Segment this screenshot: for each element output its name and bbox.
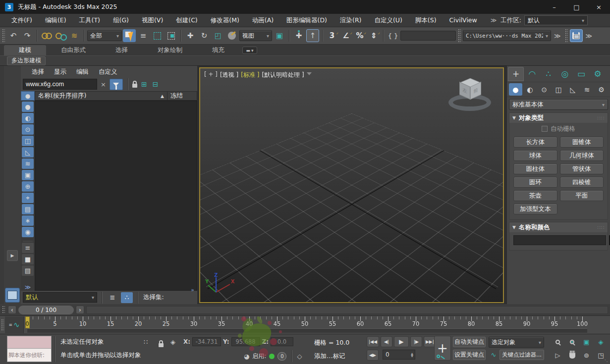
absolute-offset-mode-toggle[interactable]: ◈ [170, 338, 175, 346]
dock-drag-handle[interactable] [0, 66, 4, 304]
expand-hierarchy-icon[interactable]: ⊞ [140, 80, 149, 88]
selection-lock-region-icon[interactable]: ∷ [144, 338, 148, 346]
filter-cameras-icon[interactable]: ◫ [22, 136, 34, 146]
expand-panel-button[interactable]: ▶ [7, 250, 18, 261]
select-and-link-icon[interactable] [40, 29, 53, 42]
perspective-viewport[interactable]: [ + ] [透视 ] [标准 ] [默认明暗处理 ] 左 前 [199, 67, 504, 303]
create-pyramid-button[interactable]: 四棱锥 [560, 177, 604, 188]
select-and-manipulate-button[interactable]: ✚ [292, 29, 305, 42]
snaps-toggle-3d-button[interactable]: 3 [326, 29, 338, 42]
menu-item-11[interactable]: 脚本(S) [409, 14, 443, 27]
timeline-tick-75[interactable]: 75 [440, 320, 447, 327]
window-resize-grip[interactable]: ⋱ [603, 357, 608, 363]
timeline-tick-60[interactable]: 60 [357, 320, 364, 327]
category-helpers[interactable]: ◺ [566, 83, 579, 96]
filter-space-warps-icon[interactable]: ≋ [22, 158, 34, 169]
filter-column-overflow-chevron[interactable]: ≫ [25, 284, 31, 291]
create-text-plus-button[interactable]: 加强型文本 [513, 204, 557, 214]
lock-explorer-icon[interactable] [132, 84, 137, 88]
list-view-icon[interactable]: ≡ [22, 243, 34, 253]
next-frame-button[interactable]: |▶ [410, 336, 422, 347]
spinner-snap-toggle-button[interactable]: ⇕ [367, 29, 380, 42]
filter-all-objects-icon[interactable]: ▣ [22, 170, 34, 180]
filter-shapes-icon[interactable]: ◐ [22, 113, 34, 123]
workspace-dropdown[interactable]: 默认 ▾ [524, 15, 588, 25]
pan-button[interactable] [565, 349, 579, 362]
add-time-tag-button[interactable]: 添加…标记 [314, 352, 345, 361]
menu-item-1[interactable]: 编辑(E) [39, 14, 73, 27]
rectangular-selection-region-button[interactable] [151, 29, 164, 42]
menu-item-0[interactable]: 文件(F) [5, 14, 39, 27]
zoom-extents-button[interactable]: ▣ [580, 336, 593, 348]
orbit-button[interactable]: ⊚ [580, 349, 593, 362]
category-systems[interactable]: ⚙ [595, 83, 608, 96]
toolbar-drag-handle[interactable] [2, 29, 5, 43]
create-teapot-button[interactable]: 茶壶 [513, 190, 557, 201]
create-sphere-button[interactable]: 球体 [513, 150, 557, 161]
previous-frame-button[interactable]: ◀| [381, 336, 392, 347]
menu-item-10[interactable]: 自定义(U) [368, 14, 408, 27]
rollout-grip-icon[interactable]: ∷∷ [597, 115, 605, 121]
explorer-menu-0[interactable]: 选择 [27, 68, 49, 76]
select-and-rotate-button[interactable]: ↻ [198, 29, 211, 42]
maxscript-mini-listener[interactable]: 脚本迷你侦听: [7, 336, 52, 362]
filter-helpers-icon[interactable]: ◺ [22, 147, 34, 157]
autogrid-checkbox[interactable] [542, 126, 548, 132]
select-and-place-button[interactable] [225, 29, 238, 42]
selection-lock-toggle[interactable] [159, 343, 164, 347]
open-mini-curve-editor-button[interactable]: ≡∿ [5, 316, 24, 333]
notification-count-badge[interactable]: 0 [277, 352, 286, 361]
category-geometry[interactable]: ● [509, 83, 522, 96]
timeline-tick-65[interactable]: 65 [385, 320, 392, 327]
timeline-tick-15[interactable]: 15 [107, 320, 114, 327]
timeline-tick-20[interactable]: 20 [135, 320, 142, 327]
menu-item-9[interactable]: 渲染(R) [333, 14, 368, 27]
shield-toggle-icon[interactable]: ◕ [244, 353, 249, 360]
create-cone-button[interactable]: 圆锥体 [560, 137, 604, 148]
menu-item-8[interactable]: 图形编辑器(D) [280, 14, 333, 27]
current-frame-spinner[interactable]: 0 ▲▼ [383, 350, 415, 360]
ribbon-tab-0[interactable]: 建模 [4, 45, 46, 55]
menu-item-2[interactable]: 工具(T) [73, 14, 107, 27]
zoom-all-button[interactable] [565, 336, 579, 348]
ribbon-tab-4[interactable]: 填充 [197, 45, 239, 55]
toolbar-overflow-chevron[interactable]: ≫ [584, 32, 595, 40]
x-coord-field[interactable]: -34.731 [192, 337, 221, 346]
timeline-tick-55[interactable]: 55 [329, 320, 336, 327]
toolbar-drag-handle[interactable] [565, 29, 568, 43]
create-geosphere-button[interactable]: 几何球体 [560, 150, 604, 161]
ribbon-tab-1[interactable]: 自由形式 [46, 45, 101, 55]
window-crossing-toggle[interactable] [165, 29, 177, 42]
filter-lights-icon[interactable]: ⊙ [22, 124, 34, 135]
category-space-warps[interactable]: ≋ [580, 83, 594, 96]
menu-item-4[interactable]: 视图(V) [135, 14, 169, 27]
bind-to-space-warp-icon[interactable]: ≋ [68, 29, 81, 42]
tab-create[interactable]: + [508, 67, 524, 81]
minimize-button[interactable]: – [543, 0, 565, 14]
explorer-search-input[interactable] [23, 79, 97, 90]
create-tube-button[interactable]: 管状体 [560, 163, 604, 174]
select-object-button[interactable] [123, 29, 136, 42]
menu-item-7[interactable]: 动画(A) [246, 14, 280, 27]
listener-macro-pane[interactable] [7, 336, 51, 349]
menu-item-3[interactable]: 组(G) [107, 14, 135, 27]
viewport-menu-general[interactable]: [ + ] [204, 71, 218, 79]
polygon-modeling-panel-button[interactable]: 多边形建模 [7, 56, 46, 65]
ribbon-tab-2[interactable]: 选择 [101, 45, 143, 55]
reference-coordinate-dropdown[interactable]: 视图 ▾ [239, 30, 272, 41]
new-key-tangent-icon[interactable]: ∿ [489, 350, 499, 360]
timeline-tick-100[interactable]: 100 [577, 320, 588, 327]
view-cube[interactable]: 左 前 [447, 76, 493, 115]
timeline-tick-35[interactable]: 35 [218, 320, 225, 327]
time-slider-drag-handle[interactable] [2, 306, 5, 314]
redo-button[interactable]: ↷ [21, 29, 34, 42]
rollout-grip-icon[interactable]: ∷∷ [597, 225, 605, 230]
menu-item-5[interactable]: 创建(C) [169, 14, 204, 27]
explorer-object-list[interactable] [35, 101, 197, 291]
timeline-ruler[interactable]: 0510152025303540455055606570758085909510… [27, 316, 583, 329]
timeline-tick-5[interactable]: 5 [53, 320, 56, 327]
script-view-icon[interactable]: ▤ [22, 265, 34, 276]
category-cameras[interactable]: ◫ [552, 83, 565, 96]
create-torus-button[interactable]: 圆环 [513, 177, 557, 188]
timeline-tick-10[interactable]: 10 [79, 320, 87, 327]
